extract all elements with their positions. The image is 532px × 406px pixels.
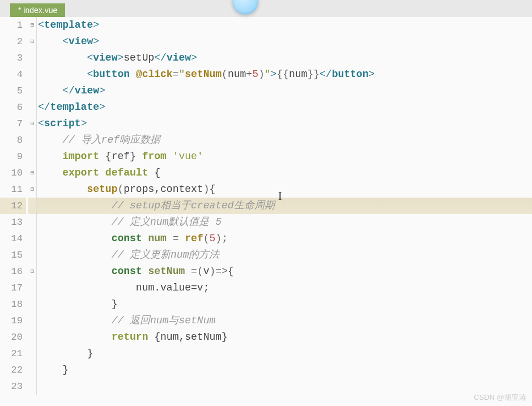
code-line: const num = ref(5); [36,230,532,247]
code-line [36,378,532,395]
code-line: // 导入ref响应数据 [36,132,532,148]
code-line: <view> [36,33,532,50]
line-number: 13 [0,214,26,230]
watermark: CSDN @胡亚涛 [474,392,526,403]
fold-column: ⊟⊟⊟⊟⊟⊟ [28,17,36,406]
line-number: 3 [0,50,26,66]
fold-toggle-icon [28,50,36,66]
code-line: num.value=v; [36,280,532,296]
line-number: 15 [0,247,26,263]
line-number: 7 [0,116,26,132]
code-line: <script> [36,116,532,132]
file-tab[interactable]: * index.vue [10,3,65,17]
fold-toggle-icon[interactable]: ⊟ [28,116,36,132]
fold-toggle-icon [28,313,36,329]
fold-toggle-icon[interactable]: ⊟ [28,33,36,50]
line-number: 12 [0,198,26,214]
line-number: 5 [0,83,26,99]
line-number: 6 [0,99,26,116]
line-number: 16 [0,263,26,280]
fold-toggle-icon [28,329,36,345]
fold-toggle-icon [28,148,36,165]
fold-toggle-icon [28,280,36,296]
code-area[interactable]: <template> <view> <view>setUp</view> <bu… [36,17,532,406]
line-number: 22 [0,362,26,378]
code-line: } [36,296,532,313]
line-number: 4 [0,66,26,83]
fold-toggle-icon [28,214,36,230]
code-line: <button @click="setNum(num+5)">{{num}}</… [36,66,532,83]
code-line: </view> [36,83,532,99]
code-line: // 定义更新num的方法 [36,247,532,263]
code-line: return {num,setNum} [36,329,532,345]
tab-bar: * index.vue [0,0,532,17]
code-line: setup(props,context){ [36,181,532,198]
fold-toggle-icon [28,378,36,395]
code-line: <template> [36,17,532,33]
fold-toggle-icon[interactable]: ⊟ [28,17,36,33]
code-line-active: // setup相当于created生命周期 [36,198,532,214]
fold-toggle-icon [28,99,36,116]
fold-toggle-icon [28,132,36,148]
line-number: 9 [0,148,26,165]
line-number: 19 [0,313,26,329]
code-line: import {ref} from 'vue' [36,148,532,165]
line-number: 10 [0,165,26,181]
fold-toggle-icon [28,345,36,362]
line-number: 18 [0,296,26,313]
code-editor[interactable]: 1234567891011121314151617181920212223 ⊟⊟… [0,17,532,406]
code-line: // 返回num与setNum [36,313,532,329]
line-number-gutter: 1234567891011121314151617181920212223 [0,17,28,406]
code-line: } [36,345,532,362]
code-line: export default { [36,165,532,181]
code-line: // 定义num默认值是 5 [36,214,532,230]
code-line: <view>setUp</view> [36,50,532,66]
code-line: } [36,362,532,378]
line-number: 1 [0,17,26,33]
line-number: 21 [0,345,26,362]
fold-toggle-icon [28,198,36,214]
line-number: 8 [0,132,26,148]
line-number: 23 [0,378,26,395]
fold-toggle-icon [28,362,36,378]
fold-toggle-icon[interactable]: ⊟ [28,165,36,181]
code-line: const setNum =(v)=>{ [36,263,532,280]
code-line: </template> [36,99,532,116]
line-number: 20 [0,329,26,345]
line-number: 2 [0,33,26,50]
fold-toggle-icon [28,296,36,313]
fold-toggle-icon [28,247,36,263]
fold-toggle-icon[interactable]: ⊟ [28,263,36,280]
line-number: 11 [0,181,26,198]
fold-toggle-icon [28,230,36,247]
line-number: 17 [0,280,26,296]
fold-toggle-icon [28,66,36,83]
fold-toggle-icon[interactable]: ⊟ [28,181,36,198]
fold-toggle-icon [28,83,36,99]
line-number: 14 [0,230,26,247]
